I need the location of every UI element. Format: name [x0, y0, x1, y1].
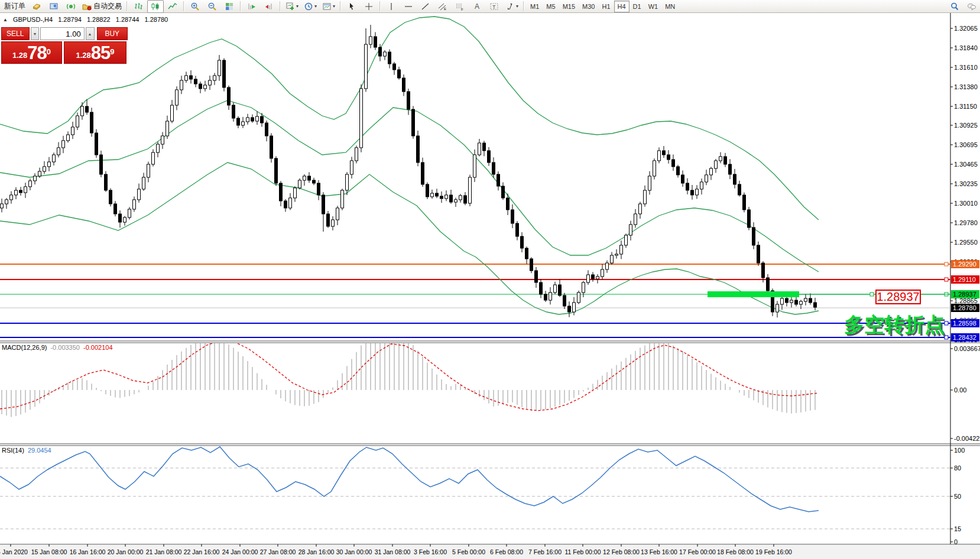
candlestick-chart-icon[interactable]	[147, 0, 164, 13]
candle-body	[459, 196, 462, 200]
dropdown-arrow-icon[interactable]: ▾	[516, 4, 518, 9]
candle-body	[365, 44, 368, 89]
time-tick-label[interactable]: 16 Jan 16:00	[70, 548, 106, 555]
level-line-handle[interactable]	[945, 262, 948, 266]
horizontal-line-icon[interactable]	[400, 0, 417, 13]
time-tick-label[interactable]: 17 Feb 00:00	[679, 548, 716, 555]
annotation-anchor-handle[interactable]	[870, 292, 874, 296]
timeframe-m30[interactable]: M30	[579, 1, 598, 12]
volume-up-stepper[interactable]: ▲	[86, 27, 95, 40]
volume-down-stepper[interactable]: ▼	[31, 27, 40, 40]
rsi-tick-label: 15	[954, 525, 961, 532]
zoom-in-icon[interactable]	[187, 0, 203, 13]
time-tick-label[interactable]: 21 Jan 08:00	[146, 548, 182, 555]
candle-body	[199, 84, 202, 89]
time-tick-label[interactable]: 5 Feb 00:00	[452, 548, 485, 555]
candle-body	[369, 37, 372, 44]
bar-chart-icon[interactable]	[130, 0, 147, 13]
trendline-icon[interactable]	[417, 0, 434, 13]
sell-price-base: 1.28	[12, 49, 27, 62]
search-icon[interactable]	[946, 0, 963, 13]
time-tick-label[interactable]: 28 Jan 16:00	[298, 548, 335, 555]
new-chart-icon[interactable]: ▾	[283, 0, 301, 13]
cn-annotation-text[interactable]: 多空转折点	[844, 313, 945, 336]
time-tick-label[interactable]: 24 Jan 00:00	[222, 548, 258, 555]
toolbar-separator	[126, 1, 128, 11]
candle-body	[511, 210, 514, 223]
time-tick-label[interactable]: 20 Jan 00:00	[108, 548, 144, 555]
signals-icon	[66, 2, 76, 11]
candle-body	[29, 181, 32, 187]
tile-windows-icon[interactable]	[221, 0, 238, 13]
templates-icon[interactable]: ▾	[320, 0, 338, 13]
time-tick-label[interactable]: 19 Feb 16:00	[755, 548, 792, 555]
sell-button[interactable]: SELL	[1, 27, 30, 40]
time-tick-label[interactable]: 22 Jan 16:00	[184, 548, 220, 555]
period-icon[interactable]: ▾	[301, 0, 319, 13]
buy-button[interactable]: BUY	[97, 27, 128, 40]
dropdown-arrow-icon[interactable]: ▾	[296, 4, 298, 9]
auto-scroll-icon[interactable]	[244, 0, 260, 13]
chart-profiles-icon[interactable]	[28, 0, 45, 13]
tile-windows-icon	[225, 2, 234, 11]
timeframe-h4[interactable]: H4	[614, 1, 629, 12]
timeframe-w1[interactable]: W1	[645, 1, 662, 12]
support-highlight-segment[interactable]	[708, 291, 799, 297]
time-tick-label[interactable]: 27 Jan 08:00	[260, 548, 296, 555]
candle-body	[237, 118, 240, 125]
zoom-out-icon[interactable]	[204, 0, 220, 13]
candle-body	[298, 180, 301, 188]
price-tick-label: 1.30010	[954, 200, 978, 207]
search-icon	[950, 2, 959, 11]
signals-icon[interactable]	[63, 0, 79, 13]
market-watch-icon[interactable]	[46, 0, 62, 13]
volume-input[interactable]: 1.00	[40, 27, 84, 40]
fibonacci-icon[interactable]: F	[452, 0, 468, 13]
candle-body	[790, 300, 793, 303]
equidistant-channel-icon: E	[438, 2, 447, 11]
cursor-icon[interactable]	[343, 0, 360, 13]
time-tick-label[interactable]: 18 Feb 08:00	[717, 548, 754, 555]
new-order-button[interactable]: 新订单	[2, 0, 28, 13]
sell-quote-button[interactable]: 1.28780	[1, 41, 62, 64]
chart-canvas[interactable]: 1.28937多空转折点多空转折点1.320651.318401.316101.…	[0, 0, 980, 559]
text-label-icon[interactable]: T	[486, 0, 502, 13]
vertical-line-icon[interactable]	[383, 0, 400, 13]
crosshair-icon[interactable]	[361, 0, 377, 13]
time-tick-label[interactable]: 3 Feb 16:00	[414, 548, 447, 555]
timeframe-mn[interactable]: MN	[661, 1, 679, 12]
candle-body	[147, 164, 150, 177]
candle-body	[20, 190, 22, 193]
timeframe-m5[interactable]: M5	[543, 1, 559, 12]
time-tick-label[interactable]: 13 Feb 16:00	[641, 548, 677, 555]
time-tick-label[interactable]: 11 Feb 00:00	[564, 548, 601, 555]
chart-shift-icon[interactable]	[261, 0, 277, 13]
candle-body	[653, 161, 656, 176]
candle-body	[171, 105, 174, 121]
dropdown-arrow-icon[interactable]: ▾	[314, 4, 317, 9]
timeframe-d1[interactable]: D1	[629, 1, 645, 12]
timeframe-h1[interactable]: H1	[598, 1, 614, 12]
time-tick-label[interactable]: 15 Jan 08:00	[31, 548, 67, 555]
buy-price-pip: 9	[110, 42, 114, 62]
buy-quote-button[interactable]: 1.28859	[64, 41, 126, 64]
line-chart-icon[interactable]	[164, 0, 181, 13]
arrows-icon	[505, 2, 515, 11]
autotrading-button[interactable]: 自动交易	[80, 0, 124, 13]
text-icon[interactable]: A	[469, 0, 485, 13]
level-line-handle[interactable]	[945, 278, 948, 281]
timeframe-m1[interactable]: M1	[527, 1, 543, 12]
time-tick-label[interactable]: 30 Jan 00:00	[336, 548, 372, 555]
candle-body	[507, 198, 510, 210]
panel-collapse-icon[interactable]: ▲	[3, 17, 8, 22]
dropdown-arrow-icon[interactable]: ▾	[333, 4, 335, 9]
time-tick-label[interactable]: 6 Feb 08:00	[490, 548, 523, 555]
time-tick-label[interactable]: 14 Jan 2020	[0, 548, 28, 555]
time-tick-label[interactable]: 12 Feb 08:00	[603, 548, 640, 555]
timeframe-m15[interactable]: M15	[559, 1, 579, 12]
time-tick-label[interactable]: 31 Jan 08:00	[375, 548, 411, 555]
time-tick-label[interactable]: 7 Feb 16:00	[528, 548, 562, 555]
arrows-icon[interactable]: ▾	[503, 0, 521, 13]
equidistant-channel-icon[interactable]: E	[434, 0, 451, 13]
community-icon[interactable]	[963, 0, 980, 13]
